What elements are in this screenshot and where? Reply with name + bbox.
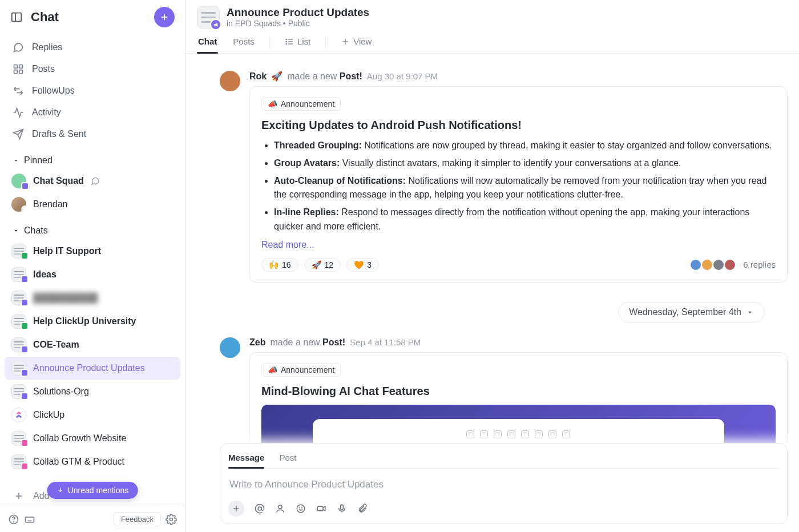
nav-drafts[interactable]: Drafts & Sent xyxy=(6,123,179,145)
svg-point-21 xyxy=(286,39,286,39)
avatar xyxy=(11,361,26,376)
post-title: Exciting Updates to Android Push Notific… xyxy=(261,119,776,132)
tab-posts[interactable]: Posts xyxy=(232,31,256,53)
nav-posts[interactable]: Posts xyxy=(6,58,179,80)
svg-point-32 xyxy=(302,507,302,508)
composer-add-button[interactable] xyxy=(228,501,244,517)
avatar xyxy=(11,291,26,305)
composer-tab-post[interactable]: Post xyxy=(279,449,296,468)
svg-point-11 xyxy=(14,521,14,522)
nav-activity[interactable]: Activity xyxy=(6,102,179,123)
activity-icon xyxy=(13,107,24,118)
tab-add-view[interactable]: View xyxy=(340,31,373,53)
replies-summary[interactable]: 6 replies xyxy=(693,259,776,271)
svg-point-30 xyxy=(297,505,305,513)
reaction[interactable]: 🧡3 xyxy=(346,258,379,272)
settings-icon[interactable] xyxy=(166,514,177,525)
feedback-button[interactable]: Feedback xyxy=(114,512,161,526)
unread-mentions-pill[interactable]: Unread mentions xyxy=(47,482,138,499)
arrow-down-icon xyxy=(57,486,64,494)
announcement-icon: 📣 xyxy=(268,99,277,108)
pinned-section-header[interactable]: Pinned xyxy=(0,146,185,169)
announcement-chip[interactable]: 📣Announcement xyxy=(261,363,341,377)
timestamp: Sep 4 at 11:58 PM xyxy=(350,337,421,347)
chat-item[interactable]: ██████████ xyxy=(5,287,180,309)
author-avatar[interactable] xyxy=(220,71,240,91)
reactions-row: 🙌16🚀12🧡36 replies xyxy=(261,258,776,272)
announcement-icon: 📣 xyxy=(268,365,277,374)
channel-avatar xyxy=(197,6,220,29)
avatar xyxy=(11,197,26,212)
microphone-icon[interactable] xyxy=(337,503,347,514)
chat-item[interactable]: Help IT Support xyxy=(5,240,180,263)
read-more-link[interactable]: Read more... xyxy=(261,240,776,250)
composer-tab-message[interactable]: Message xyxy=(228,449,264,468)
chat-item[interactable]: Announce Product Updates xyxy=(5,357,180,380)
svg-point-29 xyxy=(279,505,282,509)
tab-list[interactable]: List xyxy=(284,31,312,53)
panel-toggle-icon[interactable] xyxy=(10,11,23,23)
help-icon[interactable] xyxy=(8,514,19,525)
avatar xyxy=(11,454,26,469)
post-card[interactable]: 📣AnnouncementExciting Updates to Android… xyxy=(249,86,788,283)
new-chat-button[interactable] xyxy=(154,7,175,27)
author-avatar[interactable] xyxy=(220,337,240,358)
pinned-item[interactable]: Chat Squad xyxy=(5,170,180,192)
avatar xyxy=(11,384,26,399)
date-pill[interactable]: Wednesday, September 4th xyxy=(618,302,765,323)
media-preview[interactable] xyxy=(261,405,776,443)
chats-section-header[interactable]: Chats xyxy=(0,216,185,239)
author-name[interactable]: Zeb xyxy=(249,337,265,348)
tab-chat[interactable]: Chat xyxy=(197,31,218,53)
reaction[interactable]: 🙌16 xyxy=(261,258,298,272)
main-panel: Announce Product Updates in EPD Squads •… xyxy=(185,0,799,532)
reaction[interactable]: 🚀12 xyxy=(304,258,341,272)
composer-input[interactable]: Write to Announce Product Updates xyxy=(228,475,779,501)
nav-replies[interactable]: Replies xyxy=(6,37,179,58)
post-header: Rok🚀 made a new Post! Aug 30 at 9:07 PM xyxy=(249,71,788,82)
view-tabs: Chat Posts List View xyxy=(185,31,799,54)
sidebar-footer: Feedback xyxy=(0,506,185,532)
svg-point-28 xyxy=(258,507,261,510)
replies-icon xyxy=(13,42,24,53)
svg-rect-34 xyxy=(341,505,344,510)
chat-item[interactable]: Help ClickUp University xyxy=(5,310,180,333)
keyboard-icon[interactable] xyxy=(24,514,35,525)
avatar xyxy=(11,267,26,282)
sidebar-header: Chat xyxy=(0,0,185,35)
plus-icon xyxy=(341,37,350,46)
chat-item[interactable]: ClickUp xyxy=(5,404,180,426)
followups-icon xyxy=(13,85,24,96)
avatar xyxy=(11,314,26,329)
mention-icon[interactable] xyxy=(255,503,265,514)
emoji-icon[interactable] xyxy=(296,503,306,514)
avatar xyxy=(11,174,26,188)
post-card[interactable]: 📣AnnouncementMind-Blowing AI Chat Featur… xyxy=(249,352,788,443)
video-icon[interactable] xyxy=(316,503,326,514)
chat-item[interactable]: Collab Growth Website xyxy=(5,427,180,450)
pinned-item[interactable]: Brendan xyxy=(5,193,180,216)
chat-feed[interactable]: Rok🚀 made a new Post! Aug 30 at 9:07 PM📣… xyxy=(185,54,799,443)
sidebar: Chat RepliesPostsFollowUpsActivityDrafts… xyxy=(0,0,185,532)
space-link[interactable]: EPD Squads xyxy=(235,19,281,28)
attachment-icon[interactable] xyxy=(357,503,368,514)
message-composer: Message Post Write to Announce Product U… xyxy=(220,443,788,524)
announcement-chip[interactable]: 📣Announcement xyxy=(261,97,341,111)
sidebar-nav: RepliesPostsFollowUpsActivityDrafts & Se… xyxy=(0,35,185,146)
post-body: Threaded Grouping: Notifications are now… xyxy=(274,139,776,234)
post-header: Zeb made a new Post! Sep 4 at 11:58 PM xyxy=(249,337,788,348)
sidebar-title: Chat xyxy=(31,10,146,25)
author-name[interactable]: Rok xyxy=(249,71,267,82)
chats-label: Chats xyxy=(24,225,48,236)
nav-followups[interactable]: FollowUps xyxy=(6,80,179,102)
chat-item[interactable]: COE-Team xyxy=(5,333,180,356)
assignee-icon[interactable] xyxy=(275,503,285,514)
svg-rect-4 xyxy=(14,65,18,68)
svg-point-23 xyxy=(286,43,286,44)
chat-item[interactable]: Collab GTM & Product xyxy=(5,450,180,473)
svg-point-17 xyxy=(170,518,173,521)
chevron-down-icon xyxy=(13,157,19,164)
chat-item[interactable]: Solutions-Org xyxy=(5,380,180,403)
chat-item[interactable]: Ideas xyxy=(5,263,180,286)
channel-title: Announce Product Updates xyxy=(227,6,369,19)
